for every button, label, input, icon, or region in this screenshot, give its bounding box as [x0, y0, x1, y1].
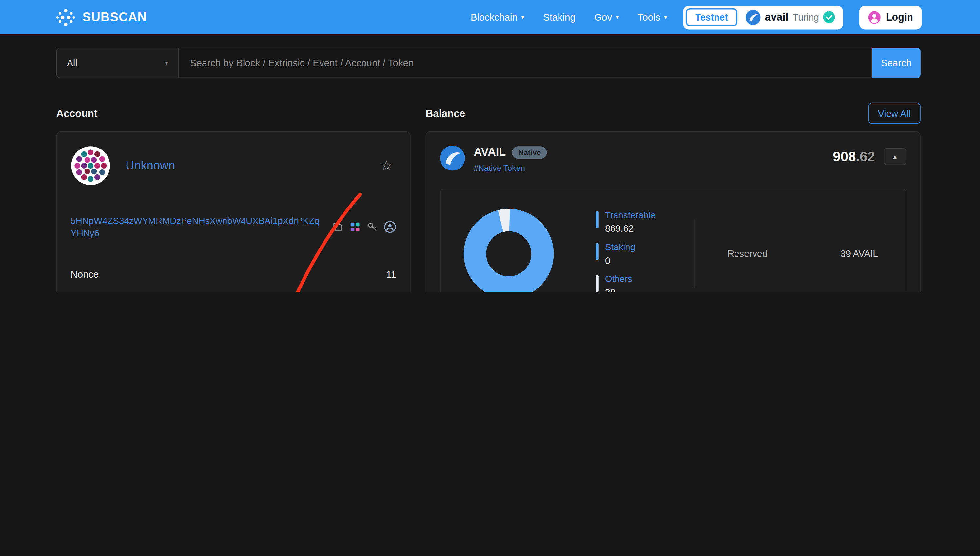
- role-row: Role Proxy: [71, 288, 396, 291]
- balance-section-title: Balance: [426, 107, 465, 119]
- collapse-button[interactable]: ▲: [884, 148, 906, 165]
- nav-staking-label: Staking: [543, 11, 576, 23]
- nav-gov-label: Gov: [594, 11, 612, 23]
- nav-tools[interactable]: Tools ▾: [638, 11, 667, 23]
- native-badge: Native: [512, 146, 547, 158]
- native-token-link[interactable]: #Native Token: [474, 163, 547, 173]
- staking-value: 0: [605, 255, 635, 265]
- subscan-logo[interactable]: SUBSCAN: [55, 8, 147, 27]
- account-display-name[interactable]: Unknown: [126, 159, 175, 173]
- caret-up-icon: ▲: [892, 154, 898, 160]
- chevron-down-icon: ▾: [616, 14, 619, 20]
- chevron-down-icon: ▾: [521, 14, 525, 20]
- nav-staking[interactable]: Staking: [543, 11, 576, 23]
- balance-breakdown-panel: Transferable 869.62 Staking 0: [440, 189, 906, 292]
- subscan-logo-icon: [55, 8, 76, 27]
- identicon-avatar: [71, 145, 110, 186]
- legend-transferable: Transferable 869.62: [596, 210, 655, 233]
- network-name: avail: [765, 11, 788, 23]
- staking-label[interactable]: Staking: [605, 242, 635, 252]
- legend-marker: [596, 275, 599, 291]
- nonce-value: 11: [386, 268, 396, 280]
- others-value: 39: [605, 286, 632, 291]
- divider: [694, 219, 695, 288]
- search-filter-value: All: [67, 57, 77, 68]
- network-group: Testnet avail Turing: [683, 5, 843, 29]
- nav-blockchain[interactable]: Blockchain ▾: [471, 11, 525, 23]
- legend-others: Others 39: [596, 273, 655, 291]
- chevron-down-icon: ▾: [165, 59, 168, 66]
- page: SUBSCAN Blockchain ▾ Staking Gov ▾ Tools…: [0, 0, 980, 292]
- testnet-button[interactable]: Testnet: [686, 8, 738, 26]
- search-input[interactable]: [178, 47, 872, 78]
- account-icon[interactable]: [384, 221, 396, 233]
- nonce-row: Nonce 11: [71, 260, 396, 288]
- network-selector[interactable]: avail Turing: [740, 10, 841, 25]
- reserved-label: Reserved: [727, 248, 767, 259]
- chevron-down-icon: ▾: [664, 14, 667, 20]
- account-address[interactable]: 5HNpW4ZS34zWYMRMDzPeNHsXwnbW4UXBAi1pXdrP…: [71, 214, 325, 240]
- nav-tools-label: Tools: [638, 11, 660, 23]
- total-balance-frac: .62: [856, 149, 875, 164]
- transferable-label[interactable]: Transferable: [605, 210, 655, 220]
- user-icon: [869, 11, 881, 23]
- search-button[interactable]: Search: [872, 47, 921, 78]
- balance-donut-chart: [462, 207, 555, 291]
- account-card: Unknown ☆ 5HNpW4ZS34zWYMRMDzPeNHsXwnbW4U…: [57, 131, 411, 291]
- navbar: SUBSCAN Blockchain ▾ Staking Gov ▾ Tools…: [0, 0, 980, 34]
- legend-marker: [596, 211, 599, 228]
- search-filter-select[interactable]: All ▾: [57, 47, 178, 78]
- address-actions: [331, 221, 396, 233]
- avail-token-logo: [440, 145, 465, 170]
- section-headings: Account Balance View All: [57, 102, 921, 124]
- network-check-icon: [823, 11, 835, 23]
- total-balance: 908.62: [833, 149, 875, 165]
- login-label: Login: [886, 11, 913, 23]
- legend-marker: [596, 243, 599, 260]
- reserved-value: 39 AVAIL: [840, 248, 878, 259]
- network-chain: Turing: [793, 12, 819, 22]
- apps-grid-icon[interactable]: [349, 221, 361, 233]
- view-all-button[interactable]: View All: [868, 103, 921, 124]
- account-fields: Nonce 11 Role Proxy Proxy 2: [71, 260, 396, 291]
- others-label[interactable]: Others: [605, 273, 632, 284]
- copy-icon[interactable]: [331, 221, 344, 233]
- balance-card: AVAIL Native #Native Token 908.62 ▲: [426, 131, 921, 291]
- balance-legend: Transferable 869.62 Staking 0: [596, 210, 655, 292]
- token-name: AVAIL: [474, 145, 506, 159]
- login-button[interactable]: Login: [860, 5, 922, 29]
- favorite-star-icon[interactable]: ☆: [380, 159, 393, 173]
- legend-staking: Staking 0: [596, 242, 655, 265]
- nonce-label: Nonce: [71, 268, 98, 280]
- nav-blockchain-label: Blockchain: [471, 11, 518, 23]
- avail-logo-icon: [745, 10, 760, 25]
- search-bar: All ▾ Search: [57, 47, 921, 78]
- brand-text: SUBSCAN: [82, 10, 147, 24]
- nav-gov[interactable]: Gov ▾: [594, 11, 619, 23]
- main-nav: Blockchain ▾ Staking Gov ▾ Tools ▾: [471, 11, 667, 23]
- key-icon[interactable]: [366, 221, 379, 233]
- total-balance-int: 908: [833, 149, 856, 164]
- account-section-title: Account: [57, 107, 98, 118]
- transferable-value: 869.62: [605, 223, 655, 233]
- cards-row: Unknown ☆ 5HNpW4ZS34zWYMRMDzPeNHsXwnbW4U…: [57, 131, 921, 291]
